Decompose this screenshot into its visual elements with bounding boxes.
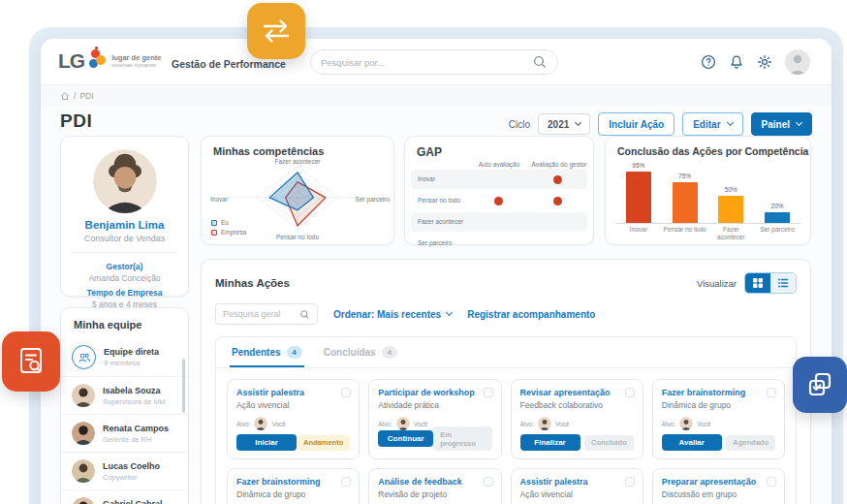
- my-team-title: Minha equipe: [74, 319, 188, 331]
- team-item[interactable]: Gabriel CabralDesigner: [61, 490, 188, 504]
- profile-name: Benjamin Lima: [61, 219, 188, 231]
- action-card: Análise de feedback Revisão de projeto M…: [368, 468, 501, 504]
- cycle-label: Ciclo: [509, 119, 530, 130]
- breadcrumb-separator: /: [74, 91, 76, 101]
- page-title: PDI: [60, 110, 92, 132]
- checkbox[interactable]: [484, 388, 493, 397]
- home-icon[interactable]: [60, 91, 70, 101]
- help-icon[interactable]: [701, 54, 716, 70]
- action-button[interactable]: Finalizar: [520, 434, 580, 451]
- chevron-down-icon: [575, 119, 581, 126]
- tab-bar: Pendentes4 Concluídas4: [216, 337, 796, 368]
- bar-fazer-acontecer: [718, 196, 743, 223]
- checkbox[interactable]: [625, 388, 635, 397]
- page-controls: Ciclo 2021 Incluir Ação Editar Painel: [509, 112, 812, 136]
- status-badge: Andamento: [297, 435, 350, 451]
- manager-label: Gestor(a): [61, 262, 188, 271]
- bar-pensar-no-todo: [673, 182, 698, 223]
- gap-row: Fazer acontecer: [411, 212, 587, 232]
- divider: [73, 252, 176, 253]
- checkbox[interactable]: [484, 477, 493, 487]
- team-group-icon: [72, 345, 96, 369]
- status-badge: Concluído: [584, 435, 634, 451]
- scrollbar-thumb[interactable]: [182, 359, 185, 413]
- action-card: Assistir palestra Ação vivencial Alvo: V…: [227, 379, 360, 459]
- include-action-button[interactable]: Incluir Ação: [598, 112, 674, 136]
- checkbox[interactable]: [341, 477, 351, 487]
- bar-ser-parceiro: [765, 212, 790, 223]
- register-followup-link[interactable]: Registrar acompanhamento: [467, 309, 595, 320]
- profile-role: Consultor de Vendas: [61, 234, 188, 243]
- chevron-down-icon: [726, 119, 733, 126]
- member-avatar: [72, 384, 95, 407]
- list-view-icon[interactable]: [770, 273, 796, 293]
- team-item[interactable]: Lucas CoelhoCopywriter: [61, 453, 188, 490]
- global-search-input[interactable]: [321, 57, 532, 68]
- team-item-equipe-direta[interactable]: Equipe direta9 membros: [61, 338, 188, 377]
- edit-button[interactable]: Editar: [682, 112, 742, 136]
- manager-name: Amanda Conceição: [61, 273, 188, 283]
- target-avatar: [538, 417, 551, 430]
- panel-button[interactable]: Painel: [751, 112, 812, 136]
- tab-pendentes[interactable]: Pendentes4: [230, 337, 304, 367]
- action-card: Assistir palestra Ação vivencial Alvo: V…: [511, 468, 643, 504]
- conclusion-title: Conclusão das Ações por Competência: [617, 145, 808, 157]
- gear-icon[interactable]: [757, 54, 772, 70]
- app-title: Gestão de Performance: [172, 58, 286, 70]
- my-actions-card: Minhas Ações Visualizar: [201, 259, 811, 504]
- checkbox[interactable]: [341, 388, 351, 397]
- member-avatar: [72, 459, 95, 483]
- action-button[interactable]: Avaliar: [662, 434, 722, 451]
- bar-chart-categories: Inovar Pensar no todo Fazer acontecer Se…: [615, 226, 800, 241]
- team-item[interactable]: Renata CamposGerente de RH: [61, 415, 188, 453]
- action-button[interactable]: Continuar: [378, 430, 433, 447]
- lg-logo-tagline: lugar de gente sistemas humanos: [111, 47, 161, 68]
- copy-check-icon[interactable]: [793, 357, 847, 413]
- svg-text:4: 4: [299, 171, 301, 174]
- user-avatar-icon[interactable]: [785, 49, 810, 75]
- bell-icon[interactable]: [729, 54, 744, 70]
- profile-card: Benjamin Lima Consultor de Vendas Gestor…: [60, 136, 189, 297]
- radar-axis-label: Ser parceiro: [356, 196, 390, 203]
- global-search[interactable]: [310, 49, 558, 75]
- gap-header: Auto avaliação Avaliação do gestor: [405, 161, 593, 168]
- checkbox[interactable]: [767, 477, 776, 487]
- tab-concluidas[interactable]: Concluídas4: [322, 337, 399, 367]
- checkbox[interactable]: [625, 477, 635, 487]
- search-icon: [532, 54, 548, 70]
- bar-inovar: [626, 172, 651, 223]
- conclusion-card: Conclusão das Ações por Competência 95% …: [605, 136, 811, 245]
- team-list: Equipe direta9 membros Isabela SouzaSupe…: [61, 338, 188, 504]
- document-search-icon[interactable]: [2, 331, 60, 392]
- team-item[interactable]: Isabela SouzaSupervisora de Mkt: [61, 377, 188, 415]
- action-card: Revisar apresentação Feedback colaborati…: [511, 379, 643, 459]
- action-card: Preparar apresentação Discussão em grupo…: [652, 468, 785, 504]
- tab-count-badge: 4: [287, 346, 302, 359]
- chevron-down-icon: [796, 119, 802, 126]
- svg-text:5: 5: [299, 164, 301, 168]
- view-toggle: [744, 272, 797, 294]
- legend-swatch-eu: [211, 220, 217, 226]
- swap-arrows-icon[interactable]: [247, 3, 305, 59]
- app-header: LG lugar de gente sistemas humanos Gestã…: [41, 39, 831, 85]
- actions-search-input[interactable]: [223, 309, 299, 319]
- tab-count-badge: 4: [382, 346, 397, 359]
- sort-dropdown[interactable]: Ordenar: Mais recentes: [333, 309, 452, 320]
- radar-axis-label: Fazer acontecer: [202, 158, 393, 165]
- cycle-select[interactable]: 2021: [538, 113, 590, 135]
- grid-view-icon[interactable]: [745, 273, 770, 293]
- gap-row: Pensar no todo: [411, 191, 587, 210]
- competencies-card: Minhas competências 12345 Fazer acontece…: [201, 136, 394, 245]
- action-card: Participar de workshop Atividade prática…: [368, 379, 501, 459]
- search-icon: [299, 309, 310, 320]
- checkbox[interactable]: [767, 388, 776, 397]
- actions-search[interactable]: [215, 303, 318, 325]
- header-icons: [701, 49, 810, 75]
- gap-dot: [553, 175, 562, 184]
- action-button[interactable]: Iniciar: [236, 434, 297, 451]
- breadcrumb-page[interactable]: PDI: [79, 91, 93, 101]
- gap-row: Ser parceiro: [411, 234, 587, 253]
- lg-logo: LG lugar de gente sistemas humanos: [58, 47, 161, 76]
- lg-logo-dots-icon: [85, 47, 107, 72]
- gap-dot: [553, 197, 562, 205]
